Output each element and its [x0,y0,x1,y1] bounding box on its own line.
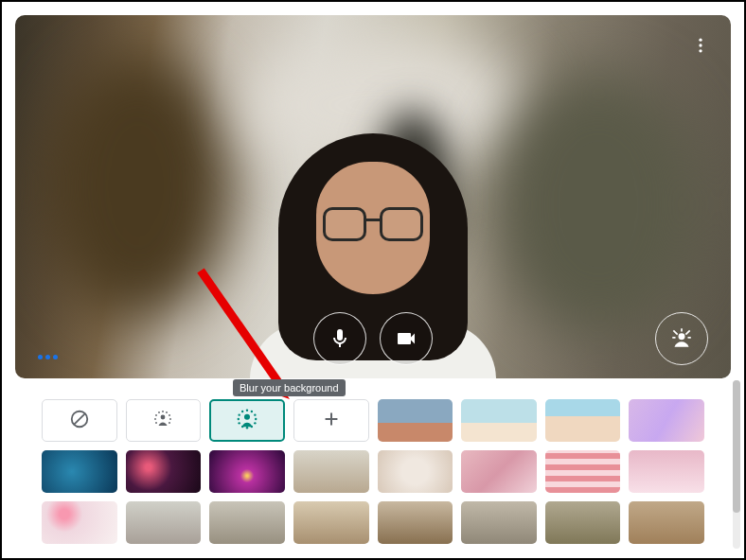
svg-point-20 [169,422,171,424]
bg-option-bg7[interactable] [209,450,285,493]
bg-option-bg10[interactable] [461,450,537,493]
blurred-bg-shape [44,53,233,318]
svg-point-19 [156,422,158,424]
svg-point-15 [156,414,158,416]
bg-option-bg17[interactable] [378,501,453,544]
bg-option-bg5[interactable] [42,450,117,493]
bg-option-bg3[interactable] [545,399,621,442]
scrollbar-thumb[interactable] [733,380,740,513]
svg-line-5 [685,330,689,334]
svg-point-2 [699,49,702,52]
plus-icon [321,409,342,433]
video-preview [15,15,731,378]
bg-option-bg20[interactable] [629,501,704,544]
svg-point-1 [699,44,702,46]
no-effect-icon [69,409,90,433]
svg-point-25 [239,413,240,415]
mic-toggle-button[interactable] [313,312,366,365]
blurred-bg-shape [494,72,702,337]
background-options-panel [15,394,731,549]
bg-option-none[interactable] [42,399,117,442]
blur-icon [235,407,259,435]
bg-option-bg19[interactable] [545,501,621,544]
bg-option-upload[interactable] [293,399,369,442]
bg-option-bg14[interactable] [126,501,202,544]
more-options-button[interactable] [687,32,714,59]
bg-option-bg15[interactable] [209,501,285,544]
bg-option-bg9[interactable] [378,450,453,493]
svg-point-3 [679,333,685,340]
effects-icon [669,326,694,351]
bg-option-bg6[interactable] [126,450,202,493]
video-controls [313,312,433,365]
svg-point-27 [238,417,240,419]
tooltip: Blur your background [233,379,346,396]
scrollbar[interactable] [733,380,740,549]
bg-option-bg12[interactable] [629,450,704,493]
svg-point-34 [244,413,250,419]
svg-point-23 [241,410,243,411]
svg-point-29 [239,422,240,424]
svg-point-21 [161,414,166,419]
svg-point-26 [254,413,256,415]
bg-option-bg11[interactable] [545,450,621,493]
bg-option-bg2[interactable] [461,399,537,442]
blur-light-icon [151,408,174,434]
bg-option-bg16[interactable] [293,501,369,544]
camera-toggle-button[interactable] [380,312,433,365]
svg-line-4 [673,330,677,334]
svg-point-16 [169,414,171,416]
svg-point-30 [254,422,256,424]
svg-point-12 [163,411,165,412]
bg-option-bg1[interactable] [378,399,453,442]
svg-point-13 [159,411,161,413]
bg-option-blur-light[interactable] [126,399,202,442]
menu-dots-button[interactable] [38,355,58,359]
svg-point-22 [246,409,248,411]
bg-option-bg18[interactable] [461,501,537,544]
svg-point-24 [251,410,253,411]
svg-point-18 [170,418,172,420]
bg-option-blur[interactable] [209,399,285,442]
bg-option-bg8[interactable] [293,450,369,493]
svg-point-14 [167,411,169,413]
svg-point-0 [699,39,702,42]
svg-point-17 [155,418,157,420]
mic-icon [329,327,351,350]
bg-option-bg4[interactable] [629,399,704,442]
camera-icon [395,327,417,350]
bg-option-bg13[interactable] [42,501,117,544]
visual-effects-button[interactable] [655,312,708,365]
svg-line-11 [74,413,85,425]
svg-point-33 [246,427,248,429]
svg-point-28 [255,417,257,419]
more-vert-icon [691,36,710,55]
